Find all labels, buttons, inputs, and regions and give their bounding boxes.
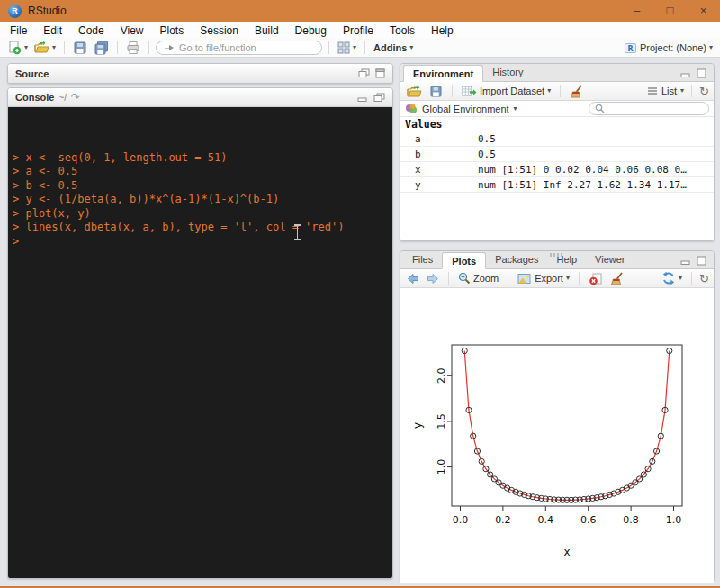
minimize-pane-icon[interactable] <box>357 93 368 103</box>
variable-name: y <box>400 177 478 192</box>
menu-tools[interactable]: Tools <box>382 23 423 39</box>
console-output[interactable]: > x <- seq(0, 1, length.out = 51)> a <- … <box>8 107 392 578</box>
chevron-down-icon: ▾ <box>680 87 684 95</box>
save-workspace-button[interactable] <box>428 84 445 99</box>
environment-search[interactable] <box>589 102 709 115</box>
save-icon <box>429 85 443 98</box>
tab-environment[interactable]: Environment <box>403 65 483 82</box>
menu-session[interactable]: Session <box>192 23 247 39</box>
menu-file[interactable]: File <box>2 23 35 39</box>
export-image-icon <box>518 273 532 285</box>
source-pane: Source <box>7 63 393 84</box>
menu-profile[interactable]: Profile <box>335 23 382 39</box>
menu-debug[interactable]: Debug <box>287 23 335 39</box>
svg-text:0.0: 0.0 <box>453 514 469 526</box>
restore-panes-icon[interactable] <box>374 93 385 103</box>
menu-help[interactable]: Help <box>423 23 462 39</box>
clear-objects-button[interactable] <box>568 84 586 99</box>
menu-build[interactable]: Build <box>247 23 287 39</box>
minimize-pane-icon[interactable] <box>680 68 691 78</box>
minimize-pane-icon[interactable] <box>680 256 691 266</box>
new-file-button[interactable]: ▾ <box>5 40 30 56</box>
svg-text:0.6: 0.6 <box>580 514 597 526</box>
restore-panes-icon[interactable] <box>358 68 370 78</box>
tab-history[interactable]: History <box>483 64 532 81</box>
tab-plots[interactable]: Plots <box>442 252 486 269</box>
pane-layout-button[interactable]: ▾ <box>336 41 358 55</box>
export-plot-button[interactable]: Export ▾ <box>516 272 572 285</box>
refresh-icon[interactable]: ↻ <box>699 272 709 285</box>
variable-name: a <box>400 131 478 146</box>
svg-text:1.5: 1.5 <box>436 413 447 430</box>
broom-icon <box>570 85 584 98</box>
tab-packages[interactable]: Packages <box>486 251 547 268</box>
plot-image: 0.00.20.40.60.81.01.01.52.0xy <box>400 288 714 580</box>
environment-pane: EnvironmentHistory Import Dataset ▾ List… <box>400 63 715 241</box>
environment-tabs: EnvironmentHistory <box>400 64 714 82</box>
open-in-new-window-icon[interactable]: ↷ <box>71 91 80 104</box>
next-plot-button[interactable] <box>425 272 441 285</box>
maximize-pane-icon[interactable] <box>375 68 385 78</box>
variable-row[interactable]: xnum [1:51] 0 0.02 0.04 0.06 0.08 0… <box>400 162 714 177</box>
environment-toolbar: Import Dataset ▾ List ▾ ↻ <box>400 82 714 101</box>
menu-view[interactable]: View <box>112 23 152 39</box>
search-icon <box>595 104 605 113</box>
minimize-icon: – <box>634 4 640 17</box>
variable-row[interactable]: a0.5 <box>400 131 714 147</box>
list-view-label[interactable]: List <box>662 86 677 96</box>
variable-row[interactable]: b0.5 <box>400 147 714 162</box>
separator <box>691 85 692 97</box>
console-line: > y <- (1/beta(a, b))*x^(a-1)*(1-x)^(b-1… <box>13 193 388 207</box>
remove-plot-button[interactable] <box>587 271 605 286</box>
save-all-button[interactable] <box>92 40 111 56</box>
import-dataset-button[interactable]: Import Dataset ▾ <box>460 84 553 98</box>
save-button[interactable] <box>71 40 89 56</box>
maximize-pane-icon[interactable] <box>697 68 706 78</box>
maximize-button[interactable]: □ <box>653 0 687 22</box>
tab-files[interactable]: Files <box>403 251 442 268</box>
title-bar: R RStudio – □ × <box>0 0 720 22</box>
project-button[interactable]: R Project: (None) ▾ <box>622 41 715 56</box>
variable-row[interactable]: ynum [1:51] Inf 2.27 1.62 1.34 1.17… <box>400 177 714 193</box>
goto-file-input[interactable] <box>179 42 314 53</box>
plots-tabs: FilesPlotsPackagesHelpViewer <box>400 251 714 269</box>
publish-icon <box>662 271 676 285</box>
clear-all-plots-button[interactable] <box>608 271 626 286</box>
close-button[interactable]: × <box>687 0 720 22</box>
minimize-button[interactable]: – <box>620 0 653 22</box>
open-file-button[interactable]: ▾ <box>32 40 58 56</box>
source-pane-title: Source <box>15 68 49 79</box>
environment-search-input[interactable] <box>608 104 703 114</box>
source-pane-header: Source <box>8 64 392 83</box>
addins-button[interactable]: Addins ▾ <box>372 41 415 54</box>
import-dataset-label: Import Dataset <box>480 86 544 96</box>
maximize-pane-icon[interactable] <box>697 256 706 266</box>
console-pane: Console ~/ ↷ > x <- seq(0, 1, length.out… <box>7 87 393 579</box>
separator <box>148 41 149 54</box>
zoom-plot-button[interactable]: Zoom <box>456 271 500 285</box>
variable-value: 0.5 <box>478 131 714 146</box>
svg-text:1.0: 1.0 <box>666 514 682 526</box>
svg-text:x: x <box>563 546 570 558</box>
separator <box>691 272 692 285</box>
separator <box>328 41 329 54</box>
load-workspace-button[interactable] <box>405 84 424 99</box>
menu-plots[interactable]: Plots <box>152 23 193 39</box>
chevron-down-icon: ▾ <box>52 44 56 51</box>
refresh-icon[interactable]: ↻ <box>699 85 709 98</box>
print-button[interactable] <box>124 40 142 56</box>
environment-scope-label[interactable]: Global Environment <box>422 104 509 114</box>
menu-edit[interactable]: Edit <box>35 23 70 39</box>
pane-drag-handle[interactable] <box>550 253 564 257</box>
menu-code[interactable]: Code <box>70 23 112 39</box>
console-line: > a <- 0.5 <box>13 165 388 179</box>
chevron-down-icon: ▾ <box>24 44 28 51</box>
separator <box>448 272 449 285</box>
project-cube-icon: R <box>624 41 637 55</box>
tab-viewer[interactable]: Viewer <box>586 251 634 268</box>
separator <box>364 41 365 54</box>
console-pane-title: Console <box>15 92 54 103</box>
goto-file-search[interactable] <box>156 41 322 55</box>
publish-button[interactable]: ▾ <box>660 270 684 286</box>
previous-plot-button[interactable] <box>405 272 421 285</box>
